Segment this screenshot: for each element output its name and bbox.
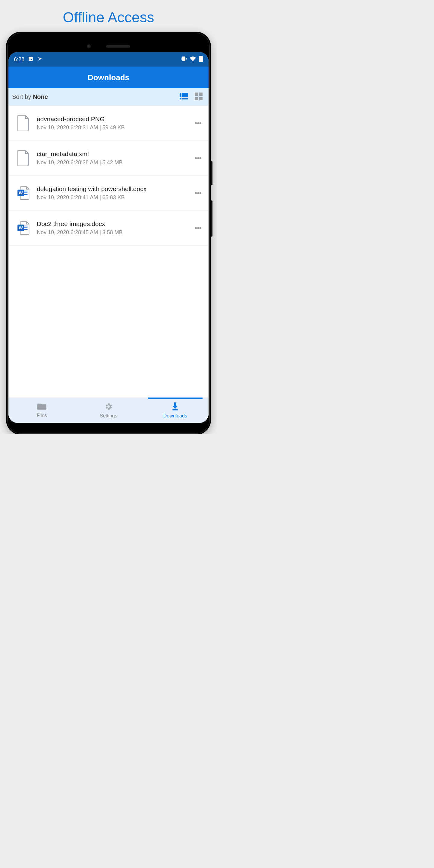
- promo-title: Offline Access: [0, 0, 217, 32]
- nav-settings[interactable]: Settings: [75, 398, 142, 423]
- svg-rect-7: [199, 93, 203, 96]
- photo-icon: [28, 56, 33, 63]
- status-bar: 6:28: [8, 52, 209, 67]
- nav-label: Files: [37, 413, 47, 418]
- file-meta: Nov 10, 2020 6:28:41 AM | 65.83 KB: [37, 194, 186, 201]
- gear-icon: [104, 402, 113, 412]
- phone-side-button: [211, 161, 213, 185]
- sort-by-button[interactable]: Sort by None: [12, 93, 48, 100]
- file-row[interactable]: ctar_metadata.xmlNov 10, 2020 6:28:38 AM…: [8, 141, 209, 176]
- svg-rect-8: [195, 97, 198, 100]
- svg-rect-4: [180, 98, 181, 99]
- file-text: ctar_metadata.xmlNov 10, 2020 6:28:38 AM…: [37, 150, 186, 166]
- more-icon[interactable]: •••: [192, 116, 204, 130]
- sort-value: None: [33, 93, 48, 100]
- svg-rect-0: [180, 93, 181, 95]
- phone-screen: 6:28 Downloa: [8, 52, 209, 423]
- download-icon: [170, 402, 180, 412]
- app-bar: Downloads: [8, 67, 209, 88]
- nav-label: Downloads: [163, 413, 187, 418]
- list-view-icon[interactable]: [180, 93, 188, 101]
- vibrate-icon: [181, 56, 187, 63]
- file-text: delegation testing with powershell.docxN…: [37, 185, 186, 201]
- status-time: 6:28: [14, 56, 24, 63]
- svg-rect-3: [182, 95, 188, 97]
- svg-rect-5: [182, 98, 188, 99]
- svg-rect-2: [180, 95, 181, 97]
- nav-label: Settings: [100, 413, 117, 418]
- phone-speaker-icon: [106, 45, 130, 48]
- file-row[interactable]: WDoc2 three images.docxNov 10, 2020 6:28…: [8, 211, 209, 246]
- file-icon: [16, 116, 31, 131]
- wifi-icon: [190, 56, 196, 63]
- more-icon[interactable]: •••: [192, 221, 204, 236]
- nav-files[interactable]: Files: [8, 398, 75, 423]
- sort-prefix: Sort by: [12, 93, 33, 100]
- play-icon: [37, 56, 42, 63]
- svg-rect-6: [195, 93, 198, 96]
- word-file-icon: W: [16, 220, 31, 236]
- file-name: ctar_metadata.xml: [37, 150, 186, 158]
- app-bar-title: Downloads: [88, 73, 130, 82]
- file-meta: Nov 10, 2020 6:28:45 AM | 3.58 MB: [37, 229, 186, 236]
- folder-icon: [37, 403, 46, 412]
- file-name: advnaced-proceed.PNG: [37, 116, 186, 123]
- phone-notch: [8, 41, 209, 52]
- svg-rect-9: [199, 97, 203, 100]
- svg-marker-21: [173, 406, 178, 409]
- file-text: Doc2 three images.docxNov 10, 2020 6:28:…: [37, 220, 186, 236]
- file-icon: [16, 150, 31, 166]
- file-name: delegation testing with powershell.docx: [37, 185, 186, 193]
- grid-view-icon[interactable]: [195, 93, 203, 101]
- file-row[interactable]: Wdelegation testing with powershell.docx…: [8, 176, 209, 211]
- file-name: Doc2 three images.docx: [37, 220, 186, 227]
- file-meta: Nov 10, 2020 6:28:31 AM | 59.49 KB: [37, 124, 186, 131]
- file-row[interactable]: advnaced-proceed.PNGNov 10, 2020 6:28:31…: [8, 106, 209, 141]
- file-list: advnaced-proceed.PNGNov 10, 2020 6:28:31…: [8, 106, 209, 398]
- battery-icon: [199, 56, 203, 63]
- phone-camera-icon: [87, 44, 91, 49]
- svg-text:W: W: [19, 225, 23, 230]
- svg-text:W: W: [19, 190, 23, 195]
- more-icon[interactable]: •••: [192, 151, 204, 165]
- sort-bar: Sort by None: [8, 88, 209, 106]
- svg-rect-1: [182, 93, 188, 95]
- word-file-icon: W: [16, 185, 31, 201]
- phone-side-button: [211, 200, 213, 237]
- bottom-nav: Files Settings Downloads: [8, 398, 209, 423]
- phone-frame: 6:28 Downloa: [6, 32, 211, 434]
- file-meta: Nov 10, 2020 6:28:38 AM | 5.42 MB: [37, 159, 186, 166]
- file-text: advnaced-proceed.PNGNov 10, 2020 6:28:31…: [37, 116, 186, 131]
- more-icon[interactable]: •••: [192, 186, 204, 200]
- nav-downloads[interactable]: Downloads: [142, 398, 209, 423]
